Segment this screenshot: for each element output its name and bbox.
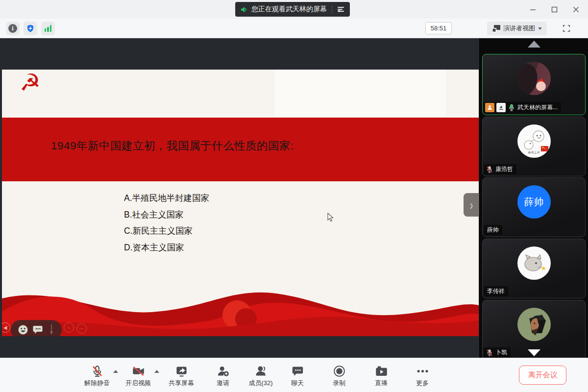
share-screen-icon [175, 365, 188, 378]
emoji-reaction-button[interactable] [17, 324, 29, 336]
view-mode-label: 演讲者视图 [503, 24, 535, 33]
live-tv-icon [375, 365, 388, 378]
scroll-up-arrow[interactable] [528, 41, 540, 48]
members-button[interactable]: 成员(32) [242, 365, 279, 388]
signal-bars-icon [45, 25, 52, 32]
leave-meeting-label: 离开会议 [528, 370, 558, 380]
network-status-button[interactable] [41, 22, 55, 35]
record-label: 录制 [333, 379, 345, 388]
participant-name: 李传祥 [487, 287, 505, 295]
anno-more-button[interactable]: ⋯ [76, 323, 87, 334]
chat-icon [291, 365, 304, 378]
invite-button[interactable]: 邀请 [204, 365, 242, 388]
record-icon [333, 365, 346, 378]
share-screen-label: 共享屏幕 [169, 379, 194, 388]
invite-icon [217, 365, 230, 378]
option-b: B.社会主义国家 [124, 209, 209, 218]
info-icon: i [8, 24, 17, 33]
participant-name-tag: 卜凯 [484, 347, 511, 358]
main-area: ☭ 1949年新中国建立初，我国属于什么性质的国家: A.半殖民地半封建国家 B… [0, 38, 588, 358]
participant-name-tag: 康浩哲 [484, 164, 516, 174]
participant-name: 薛帅 [487, 226, 499, 234]
avatar: 会考上岸 [517, 124, 551, 158]
participant-name-tag: 李传祥 [484, 286, 508, 296]
video-options-caret[interactable] [154, 370, 159, 373]
avatar: 薛帅 [517, 185, 551, 219]
banner-menu-button[interactable] [332, 2, 350, 17]
mic-muted-icon [486, 166, 493, 173]
watching-banner-text: 您正在观看武天林的屏幕 [251, 5, 327, 14]
meeting-timer: 58:51 [425, 22, 452, 34]
comment-button[interactable] [32, 324, 44, 336]
minimize-button[interactable] [525, 2, 540, 16]
participant-name-tag: 武天林的屏幕... [484, 102, 561, 113]
participant-tile-wutianlin[interactable]: 武天林的屏幕... [482, 54, 586, 115]
option-c: C.新民主主义国家 [124, 225, 209, 234]
more-label: 更多 [416, 379, 429, 388]
record-button[interactable]: 录制 [320, 365, 358, 388]
window-titlebar: 您正在观看武天林的屏幕 [0, 0, 588, 19]
mic-options-caret[interactable] [113, 370, 118, 373]
speaker-view-icon [492, 25, 500, 32]
annotation-toolbar [11, 320, 62, 336]
mic-muted-icon [486, 349, 493, 357]
members-label: 成员(32) [248, 379, 272, 388]
option-a: A.半殖民地半封建国家 [124, 192, 209, 201]
mic-slash-icon [91, 365, 104, 378]
meeting-info-button[interactable]: i [6, 22, 20, 35]
avatar [517, 308, 551, 341]
shared-screen-area: ☭ 1949年新中国建立初，我国属于什么性质的国家: A.半殖民地半封建国家 B… [0, 38, 479, 358]
participant-name-tag: 薛帅 [484, 225, 502, 235]
leave-meeting-button[interactable]: 离开会议 [519, 366, 566, 385]
participant-name: 康浩哲 [495, 165, 513, 173]
scroll-down-arrow[interactable] [528, 349, 540, 356]
chevron-right-icon: › [470, 198, 473, 212]
avatar [517, 246, 551, 280]
unmute-label: 解除静音 [84, 379, 110, 388]
slide-question-title: 1949年新中国建立初，我国属于什么性质的国家: [51, 138, 294, 153]
maximize-button[interactable] [547, 2, 562, 16]
start-video-label: 开启视频 [125, 379, 151, 388]
avatar-initials: 薛帅 [524, 196, 544, 209]
chat-button[interactable]: 聊天 [279, 365, 316, 388]
share-screen-button[interactable]: 共享屏幕 [163, 365, 200, 388]
fullscreen-button[interactable] [560, 22, 573, 35]
live-stream-label: 直播 [375, 379, 388, 388]
close-icon [573, 6, 579, 13]
bottom-toolbar: 解除静音 开启视频 共享屏幕 邀请 成 [0, 358, 588, 392]
mic-on-icon [508, 104, 515, 112]
participant-name: 武天林的屏幕... [517, 103, 558, 112]
close-button[interactable] [568, 2, 583, 16]
start-video-button[interactable]: 开启视频 [120, 365, 157, 388]
maximize-icon [551, 6, 558, 13]
watching-banner: 您正在观看武天林的屏幕 [235, 2, 350, 17]
party-emblem-icon: ☭ [20, 71, 41, 94]
menu-lines-icon [338, 7, 344, 12]
meeting-toolbar: i 58:51 演讲者视图 [0, 19, 588, 38]
screen-share-badge-icon [496, 103, 506, 112]
more-button[interactable]: 更多 [404, 365, 441, 388]
security-button[interactable] [24, 22, 37, 35]
fullscreen-icon [562, 24, 571, 33]
unmute-button[interactable]: 解除静音 [78, 365, 116, 388]
view-mode-selector[interactable]: 演讲者视图 [487, 22, 547, 35]
sidebar-expand-tab[interactable]: › [464, 193, 479, 217]
avatar-caption: 会考上岸 [528, 150, 540, 155]
invite-label: 邀请 [217, 379, 229, 388]
slide-title-banner: 1949年新中国建立初，我国属于什么性质的国家: [2, 118, 479, 181]
participant-tile-lichuanxiang[interactable]: 李传祥 [482, 239, 586, 298]
timer-value: 58:51 [431, 24, 447, 32]
chat-label: 聊天 [291, 379, 304, 388]
speaker-on-icon [240, 5, 248, 14]
chevron-down-icon [538, 27, 542, 30]
participant-tile-xueshuai[interactable]: 薛帅 薛帅 [482, 177, 586, 237]
slide-options-list: A.半殖民地半封建国家 B.社会主义国家 C.新民主主义国家 D.资本主义国家 [124, 192, 209, 258]
option-d: D.资本主义国家 [124, 242, 209, 250]
anno-zoom-button[interactable]: ‹ [64, 322, 74, 333]
live-stream-button[interactable]: 直播 [363, 365, 400, 388]
minimize-icon [530, 6, 536, 13]
participant-name: 卜凯 [495, 348, 507, 357]
participants-sidebar: 武天林的屏幕... 会考上岸 [479, 38, 588, 358]
participant-tile-kanghaozhe[interactable]: 会考上岸 康浩哲 [482, 117, 586, 176]
pen-tool-button[interactable] [47, 324, 56, 335]
